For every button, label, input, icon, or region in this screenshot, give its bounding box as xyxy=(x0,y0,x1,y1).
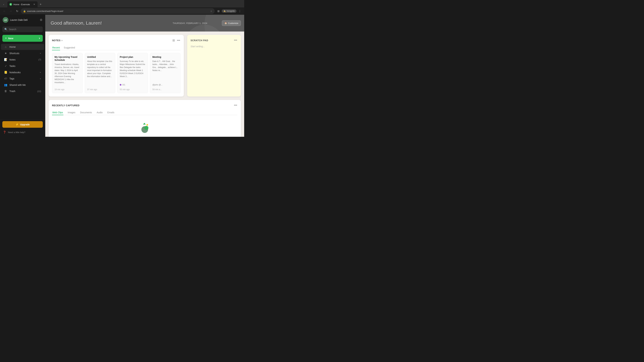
reload-button[interactable]: ↻ xyxy=(14,8,20,14)
svg-point-7 xyxy=(146,124,148,126)
sidebar-item-tasks[interactable]: ✓ Tasks xyxy=(1,63,44,69)
search-button[interactable]: 🔍 Search xyxy=(2,26,43,32)
tab-recent[interactable]: Recent xyxy=(52,45,60,50)
notes-more-icon[interactable]: ••• xyxy=(176,38,180,42)
bookmark-icon[interactable]: ☆ xyxy=(210,10,212,12)
shared-icon: 👥 xyxy=(4,83,8,86)
note-preview: Date & T... AM Goal... the tasks... Atte… xyxy=(152,60,178,82)
plus-icon: + xyxy=(5,36,7,40)
note-card[interactable]: Meeting Date & T... AM Goal... the tasks… xyxy=(150,53,180,93)
progress-dot xyxy=(120,84,122,86)
trash-icon: 🗑 xyxy=(4,90,8,93)
tab-close-button[interactable]: ✕ xyxy=(33,3,36,6)
notes-badge: (7) xyxy=(38,58,41,61)
recently-captured-card: RECENTLY CAPTURED ••• Web Clips Images D… xyxy=(49,100,241,137)
sidebar-item-label: Shortcuts xyxy=(10,52,38,55)
empty-illustration xyxy=(138,121,152,135)
notebooks-icon: 📒 xyxy=(4,71,8,74)
extensions-button[interactable]: ⊞ xyxy=(216,8,221,14)
url-text: evernote.com/client/web?login=true#/ xyxy=(27,10,209,12)
tab-bar: ‹ E Home - Evernote ✕ + xyxy=(0,0,244,7)
captured-content xyxy=(52,118,238,137)
shortcuts-icon: ★ xyxy=(4,52,8,55)
sidebar-item-label: Notebooks xyxy=(10,71,38,74)
note-card[interactable]: My Upcoming Travel Schedule Travel desti… xyxy=(52,53,83,93)
customize-button[interactable]: 🏠 Customize xyxy=(222,20,241,26)
sidebar-item-notes[interactable]: 📝 Notes (7) xyxy=(1,56,44,63)
new-button[interactable]: + New ▾ xyxy=(2,35,43,42)
note-preview: About this template Use this template as… xyxy=(87,60,113,85)
browser-actions: ⊞ 🕵 Incognito ⋮ xyxy=(216,8,242,14)
address-bar-row: ← → ↻ 🔒 evernote.com/client/web?login=tr… xyxy=(0,7,244,15)
notes-tabs: Recent Suggested xyxy=(52,45,180,50)
tab-web-clips[interactable]: Web Clips xyxy=(52,110,64,115)
tags-icon: 🏷 xyxy=(4,77,8,80)
note-footer: 0/1 55 min ago xyxy=(120,84,146,91)
tab-navigation: ‹ xyxy=(1,2,6,7)
sidebar-item-tags[interactable]: 🏷 Tags ▸ xyxy=(1,76,44,82)
tab-audio[interactable]: Audio xyxy=(96,110,103,115)
help-button[interactable]: ❓ Need a little help? xyxy=(2,129,43,135)
tab-back-button[interactable]: ‹ xyxy=(1,2,6,7)
notes-title-chevron: › xyxy=(62,39,62,42)
recently-captured-more-icon[interactable]: ••• xyxy=(234,103,238,107)
home-icon: ⌂ xyxy=(4,45,8,48)
search-label: Search xyxy=(9,28,16,31)
tab-images[interactable]: Images xyxy=(68,110,76,115)
sidebar-item-label: Home xyxy=(10,45,41,48)
note-card[interactable]: Untitled About this template Use this te… xyxy=(85,53,116,93)
note-title: Meeting xyxy=(152,55,178,58)
back-button[interactable]: ← xyxy=(2,8,7,14)
more-options-button[interactable]: ⋮ xyxy=(237,8,242,14)
main-content: Good afternoon, Lauren! THURSDAY, FEBRUA… xyxy=(45,15,244,137)
upgrade-label: Upgrade xyxy=(20,123,30,126)
customize-label: Customize xyxy=(228,22,238,24)
tab-suggested[interactable]: Suggested xyxy=(64,45,75,50)
hero-header: Good afternoon, Lauren! THURSDAY, FEBRUA… xyxy=(45,15,244,31)
greeting-text: Good afternoon, Lauren! xyxy=(51,20,102,26)
sidebar-item-shared[interactable]: 👥 Shared with Me xyxy=(1,82,44,88)
trash-badge: (12) xyxy=(37,90,41,92)
note-time: 59 min a... xyxy=(152,88,178,91)
sidebar-item-trash[interactable]: 🗑 Trash (12) xyxy=(1,88,44,94)
note-preview: Travel destinations: Alaska, America, De… xyxy=(54,63,80,85)
chevron-right-icon: ▸ xyxy=(40,78,41,80)
settings-icon[interactable]: ⚙ xyxy=(40,18,42,22)
new-tab-button[interactable]: + xyxy=(38,2,43,7)
sidebar-item-home[interactable]: ⌂ Home xyxy=(1,44,44,50)
note-footer: @john @... 59 min a... xyxy=(152,84,178,91)
forward-button[interactable]: → xyxy=(8,8,14,14)
help-label: Need a little help? xyxy=(8,131,25,134)
avatar: LD xyxy=(3,17,8,23)
scratch-pad-body[interactable]: Start writing... xyxy=(190,45,238,48)
svg-point-5 xyxy=(144,126,148,130)
address-box[interactable]: 🔒 evernote.com/client/web?login=true#/ ☆ xyxy=(21,8,215,14)
svg-marker-6 xyxy=(143,123,146,124)
incognito-label: Incognito xyxy=(226,10,235,12)
help-icon: ❓ xyxy=(3,131,6,134)
notes-card-title-link[interactable]: NOTES › xyxy=(52,39,62,42)
scratch-pad-placeholder: Start writing... xyxy=(190,45,205,48)
hero-date: THURSDAY, FEBRUARY 1, 2024 xyxy=(173,22,207,24)
sidebar-item-label: Tags xyxy=(10,77,38,80)
note-title: My Upcoming Travel Schedule xyxy=(54,55,80,61)
note-time: 19 min ago xyxy=(54,88,80,91)
upgrade-button[interactable]: ⚡ Upgrade xyxy=(2,121,43,128)
browser-chrome: ‹ E Home - Evernote ✕ + ← → ↻ 🔒 evernote… xyxy=(0,0,244,15)
active-tab[interactable]: E Home - Evernote ✕ xyxy=(8,1,38,7)
sidebar-item-notebooks[interactable]: 📒 Notebooks ▸ xyxy=(1,69,44,75)
chevron-down-icon: ▾ xyxy=(39,37,40,39)
empty-state-icon xyxy=(138,121,152,135)
tab-emails[interactable]: Emails xyxy=(107,110,115,115)
note-card[interactable]: Project plan Summary To be able to etc. … xyxy=(117,53,148,93)
tab-documents[interactable]: Documents xyxy=(80,110,92,115)
sidebar-item-shortcuts[interactable]: ★ Shortcuts ▸ xyxy=(1,50,44,56)
app-layout: LD Lauren Dale Deli ⚙ 🔍 Search + New ▾ ⌂… xyxy=(0,15,244,137)
add-note-icon[interactable]: ⊞ xyxy=(172,38,175,42)
scratch-pad-more-icon[interactable]: ••• xyxy=(234,38,238,42)
recently-captured-title: RECENTLY CAPTURED xyxy=(52,104,80,107)
customize-icon: 🏠 xyxy=(224,22,227,24)
note-time: 37 min ago xyxy=(87,88,113,91)
svg-text:E: E xyxy=(10,3,12,5)
note-footer: 19 min ago xyxy=(54,87,80,91)
